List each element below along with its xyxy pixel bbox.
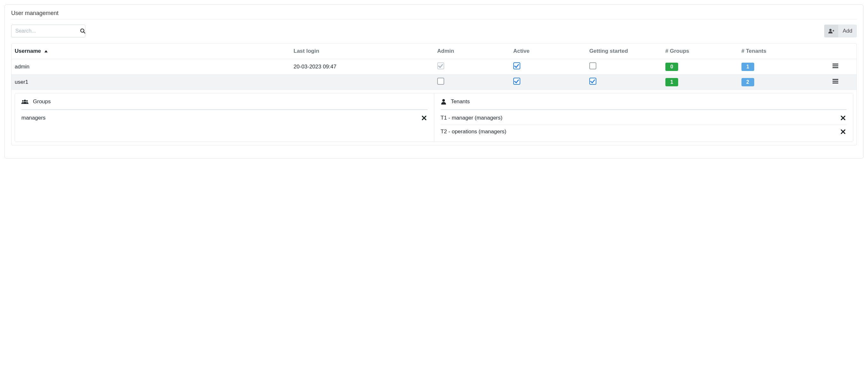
groups-icon	[22, 99, 28, 104]
toolbar: Add	[11, 25, 857, 37]
groups-panel-header: Groups	[22, 98, 428, 110]
svg-point-12	[22, 100, 24, 102]
hamburger-icon	[833, 79, 838, 84]
groups-list: managers	[22, 111, 428, 125]
row-menu-button[interactable]	[833, 79, 838, 84]
table-row: user1 1 2	[11, 74, 857, 90]
col-username-label: Username	[15, 48, 41, 54]
groups-badge: 0	[665, 63, 678, 71]
cell-actions	[814, 74, 857, 90]
remove-group-button[interactable]	[421, 115, 428, 121]
svg-line-1	[84, 32, 85, 33]
close-icon	[841, 116, 845, 120]
col-actions	[814, 43, 857, 59]
svg-rect-7	[833, 67, 838, 68]
groups-panel: Groups managers	[15, 93, 434, 142]
col-last-login[interactable]: Last login	[290, 43, 434, 59]
page-title: User management	[11, 10, 857, 20]
svg-rect-8	[833, 79, 838, 80]
user-icon	[441, 99, 446, 104]
add-user-button[interactable]: Add	[824, 25, 857, 37]
cell-tenants: 1	[738, 59, 814, 74]
search-input[interactable]	[15, 28, 80, 34]
groups-panel-title: Groups	[33, 98, 51, 105]
svg-rect-4	[833, 30, 834, 32]
cell-groups: 0	[662, 59, 738, 74]
close-icon	[422, 116, 426, 120]
list-item: T1 - manager (managers)	[441, 111, 847, 125]
admin-checkbox	[437, 62, 444, 69]
svg-rect-6	[833, 65, 838, 66]
remove-tenant-button[interactable]	[840, 128, 846, 135]
users-table: Username Last login Admin Active Getting…	[11, 43, 857, 145]
tenants-panel: Tenants T1 - manager (managers)	[434, 93, 853, 142]
active-checkbox[interactable]	[513, 62, 520, 69]
svg-point-14	[442, 99, 445, 102]
search-button[interactable]	[80, 28, 86, 34]
table-row: admin 20-03-2023 09:47 0 1	[11, 59, 857, 74]
col-groups[interactable]: # Groups	[662, 43, 738, 59]
cell-tenants: 2	[738, 74, 814, 90]
cell-last-login: 20-03-2023 09:47	[290, 59, 434, 74]
user-management-card: User management Add Use	[4, 4, 864, 158]
col-getting-started[interactable]: Getting started	[586, 43, 662, 59]
detail-row: Groups managers	[11, 90, 857, 146]
remove-tenant-button[interactable]	[840, 115, 846, 121]
getting-started-checkbox[interactable]	[589, 62, 596, 69]
tenants-panel-title: Tenants	[451, 98, 470, 105]
detail-panels: Groups managers	[15, 93, 853, 142]
sort-asc-icon	[44, 50, 48, 53]
active-checkbox[interactable]	[513, 78, 520, 85]
svg-point-2	[829, 29, 832, 31]
users-card: Username Last login Admin Active Getting…	[11, 43, 857, 146]
svg-point-13	[26, 100, 28, 102]
cell-actions	[814, 59, 857, 74]
table-header-row: Username Last login Admin Active Getting…	[11, 43, 857, 59]
svg-rect-10	[833, 83, 838, 84]
cell-getting-started	[586, 59, 662, 74]
add-user-label: Add	[838, 28, 857, 34]
cell-last-login	[290, 74, 434, 90]
admin-checkbox[interactable]	[437, 78, 444, 85]
add-user-icon	[824, 25, 838, 37]
cell-username: admin	[11, 59, 290, 74]
tenants-panel-header: Tenants	[441, 98, 847, 110]
cell-active	[510, 59, 586, 74]
tenant-name: T2 - operations (managers)	[441, 128, 506, 135]
tenant-name: T1 - manager (managers)	[441, 115, 503, 121]
cell-admin	[434, 74, 510, 90]
tenants-list: T1 - manager (managers) T2 -	[441, 111, 847, 139]
svg-rect-5	[833, 64, 838, 65]
group-name: managers	[22, 115, 46, 121]
cell-groups: 1	[662, 74, 738, 90]
tenants-badge: 1	[741, 63, 754, 71]
cell-getting-started	[586, 74, 662, 90]
groups-badge: 1	[665, 78, 678, 86]
cell-active	[510, 74, 586, 90]
search-box	[11, 25, 85, 37]
list-item: managers	[22, 111, 428, 125]
getting-started-checkbox[interactable]	[589, 78, 596, 85]
close-icon	[841, 129, 845, 134]
svg-rect-9	[833, 81, 838, 82]
cell-username: user1	[11, 74, 290, 90]
col-active[interactable]: Active	[510, 43, 586, 59]
svg-point-11	[24, 100, 26, 102]
col-admin[interactable]: Admin	[434, 43, 510, 59]
row-menu-button[interactable]	[833, 63, 838, 68]
cell-admin	[434, 59, 510, 74]
col-username[interactable]: Username	[11, 43, 290, 59]
col-tenants[interactable]: # Tenants	[738, 43, 814, 59]
list-item: T2 - operations (managers)	[441, 125, 847, 139]
search-icon	[80, 28, 86, 34]
tenants-badge: 2	[741, 78, 754, 86]
hamburger-icon	[833, 63, 838, 68]
